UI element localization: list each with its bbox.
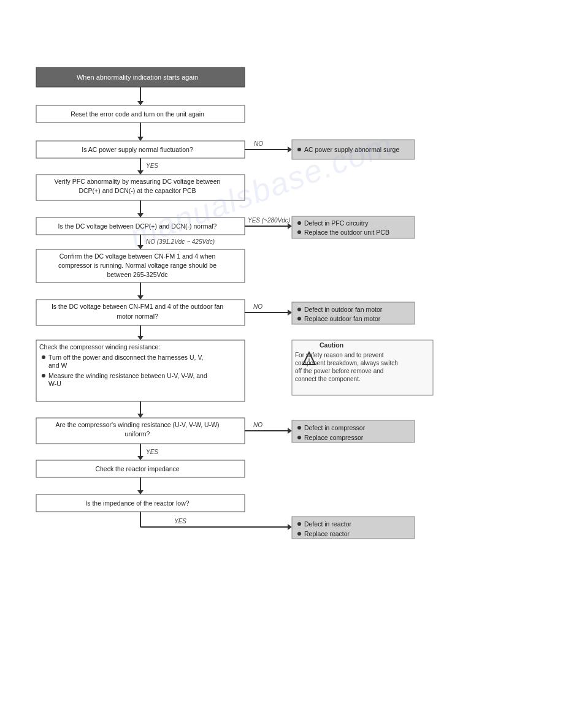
no-label-q1: NO: [254, 140, 263, 147]
q4-line1: Are the compressor's winding resistance …: [55, 421, 219, 428]
svg-point-31: [297, 308, 301, 311]
svg-point-10: [297, 148, 301, 151]
svg-marker-12: [137, 170, 144, 175]
winding-title: Check the compressor winding resistance:: [39, 343, 160, 351]
svg-marker-29: [288, 309, 292, 316]
svg-point-21: [297, 230, 301, 234]
winding-b2-line2: W-U: [48, 380, 61, 387]
svg-marker-23: [137, 245, 144, 249]
verify-pfc-line1: Verify PFC abnormality by measuring DC v…: [55, 178, 221, 185]
caution-title: Caution: [320, 341, 343, 349]
no-label-q4: NO: [253, 422, 262, 428]
caution-line4: connect the component.: [295, 376, 361, 382]
yes-280-label: YES (~280Vdc): [248, 217, 290, 224]
caution-line3: off the power before remove and: [295, 368, 383, 374]
caution-line2: component breakdown, always switch: [295, 360, 398, 366]
q1-box-label: Is AC power supply normal fluctuation?: [82, 146, 193, 153]
svg-marker-15: [137, 213, 144, 218]
reactor-defect-line2: Replace reactor: [304, 530, 350, 537]
pfc-defect-line1: Defect in PFC circuitry: [304, 219, 369, 227]
svg-point-60: [297, 532, 301, 536]
svg-marker-45: [288, 428, 292, 434]
comp-defect-line1: Defect in compressor: [304, 424, 366, 431]
q3-line2: motor normal?: [117, 313, 158, 320]
svg-marker-26: [137, 295, 144, 300]
winding-b1-line2: and W: [48, 362, 67, 369]
svg-marker-5: [137, 137, 144, 141]
caution-line1: For safety reason and to prevent: [295, 352, 384, 358]
verify-pfc-line2: DCP(+) and DCN(-) at the capacitor PCB: [79, 187, 196, 194]
winding-b2-line1: Measure the winding resistance between U…: [48, 372, 207, 379]
start-box-label: When abnormality indication starts again: [77, 74, 198, 81]
svg-point-59: [297, 522, 301, 526]
yes-label-q1: YES: [146, 162, 158, 169]
svg-point-48: [297, 436, 301, 439]
reactor-defect-line1: Defect in reactor: [304, 520, 352, 528]
fan-defect-line2: Replace outdoor fan motor: [304, 315, 381, 322]
reset-box-label: Reset the error code and turn on the uni…: [71, 110, 204, 118]
svg-point-36: [42, 355, 45, 359]
flowchart-svg: When abnormality indication starts again…: [30, 61, 533, 705]
q2-box-label: Is the DC voltage between DCP(+) and DCN…: [58, 222, 217, 230]
svg-point-37: [42, 374, 45, 377]
pfc-defect-line2: Replace the outdoor unit PCB: [304, 229, 389, 236]
no-391-label: NO (391.2Vdc ~ 425Vdc): [146, 238, 215, 245]
svg-marker-2: [137, 101, 144, 105]
q3-line1: Is the DC voltage between CN-FM1 and 4 o…: [52, 303, 223, 310]
svg-marker-34: [137, 336, 144, 340]
svg-marker-53: [137, 490, 144, 495]
svg-marker-57: [288, 524, 292, 530]
winding-b1-line1: Turn off the power and disconnect the ha…: [48, 354, 203, 361]
check-reactor-label: Check the reactor impedance: [95, 465, 179, 472]
svg-marker-8: [288, 146, 292, 153]
yes-label-q4: YES: [146, 449, 158, 455]
svg-marker-42: [137, 414, 144, 418]
ac-surge-label: AC power supply abnormal surge: [304, 146, 399, 153]
q5-label: Is the impedance of the reactor low?: [85, 499, 189, 507]
fan-defect-line1: Defect in outdoor fan motor: [304, 306, 383, 313]
svg-point-20: [297, 221, 301, 225]
confirm-dc-line3: between 265-325Vdc: [107, 271, 167, 278]
svg-point-32: [297, 317, 301, 320]
svg-point-47: [297, 426, 301, 430]
no-label-q3: NO: [253, 303, 262, 310]
svg-marker-50: [137, 456, 144, 460]
confirm-dc-line2: compressor is running. Normal voltage ra…: [58, 262, 216, 269]
confirm-dc-line1: Confirm the DC voltage between CN-FM 1 a…: [59, 252, 216, 260]
yes-label-q5: YES: [174, 518, 186, 525]
q4-line2: uniform?: [125, 430, 150, 438]
comp-defect-line2: Replace compressor: [304, 434, 364, 441]
svg-marker-18: [288, 223, 292, 229]
